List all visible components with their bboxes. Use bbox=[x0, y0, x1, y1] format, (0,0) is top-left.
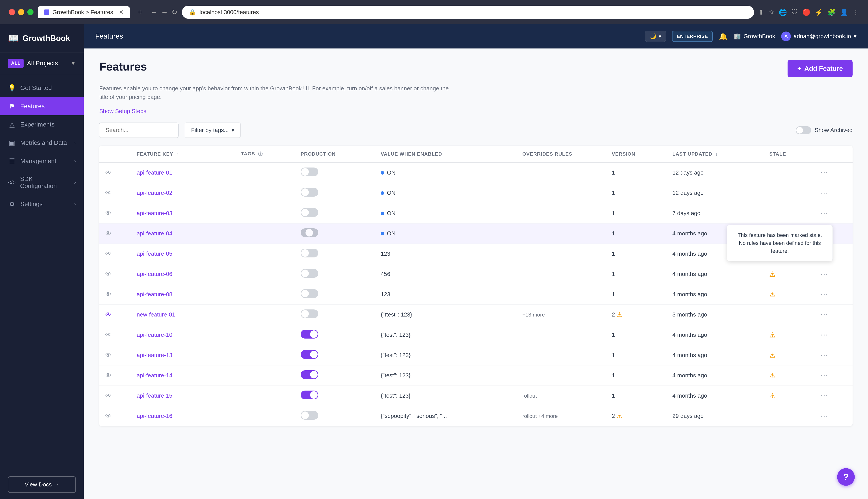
row-more-button[interactable]: ⋯ bbox=[818, 371, 830, 380]
eye-icon[interactable]: 👁 bbox=[105, 251, 111, 257]
feature-key-link[interactable]: api-feature-03 bbox=[137, 210, 172, 217]
row-more-button[interactable]: ⋯ bbox=[818, 412, 830, 421]
forward-button[interactable]: → bbox=[161, 8, 168, 16]
search-input[interactable] bbox=[99, 123, 179, 138]
stale-warning-icon: ⚠ bbox=[769, 392, 775, 400]
row-more-button[interactable]: ⋯ bbox=[818, 330, 830, 340]
ext-icon-2[interactable]: 🛡 bbox=[791, 8, 798, 16]
show-archived-toggle[interactable] bbox=[796, 126, 811, 134]
production-toggle-off[interactable] bbox=[301, 248, 318, 257]
production-toggle-off[interactable] bbox=[301, 168, 318, 176]
eye-icon[interactable]: 👁 bbox=[105, 331, 111, 338]
row-more-button[interactable]: ⋯ bbox=[818, 290, 830, 299]
production-toggle-off[interactable] bbox=[301, 411, 318, 419]
ext-icon-5[interactable]: 🧩 bbox=[828, 8, 835, 16]
feature-key-link[interactable]: api-feature-05 bbox=[137, 251, 172, 257]
theme-toggle-button[interactable]: 🌙 ▾ bbox=[645, 31, 666, 42]
production-toggle-on[interactable] bbox=[301, 370, 318, 379]
close-tab-icon[interactable]: ✕ bbox=[119, 9, 124, 16]
eye-icon[interactable]: 👁 bbox=[105, 210, 111, 217]
feature-key-link[interactable]: api-feature-13 bbox=[137, 352, 172, 358]
eye-icon[interactable]: 👁 bbox=[105, 413, 111, 419]
browser-tab[interactable]: GrowthBook > Features ✕ bbox=[38, 6, 130, 18]
org-selector[interactable]: 🏢 GrowthBook bbox=[734, 33, 775, 40]
feature-overrides bbox=[516, 325, 606, 345]
feature-tags bbox=[235, 345, 294, 365]
feature-key-link[interactable]: api-feature-06 bbox=[137, 271, 172, 277]
feature-key-link[interactable]: api-feature-15 bbox=[137, 392, 172, 399]
close-dot[interactable] bbox=[9, 9, 15, 15]
row-more-button[interactable]: ⋯ bbox=[818, 168, 830, 178]
view-docs-button[interactable]: View Docs → bbox=[8, 476, 76, 493]
profile-icon[interactable]: 👤 bbox=[840, 8, 848, 16]
ext-icon-3[interactable]: 🔴 bbox=[802, 8, 810, 16]
add-feature-button[interactable]: + Add Feature bbox=[787, 60, 853, 77]
production-toggle-on[interactable] bbox=[301, 350, 318, 359]
share-icon[interactable]: ⬆ bbox=[758, 8, 764, 16]
feature-key-link[interactable]: new-feature-01 bbox=[137, 311, 175, 318]
feature-key-link[interactable]: api-feature-16 bbox=[137, 413, 172, 419]
eye-icon[interactable]: 👁 bbox=[105, 271, 111, 278]
star-icon[interactable]: ☆ bbox=[768, 8, 774, 16]
row-more-button[interactable]: ⋯ bbox=[818, 188, 830, 198]
feature-key-link[interactable]: api-feature-01 bbox=[137, 169, 172, 176]
th-last-updated[interactable]: LAST UPDATED ↓ bbox=[666, 146, 763, 162]
row-more-button[interactable]: ⋯ bbox=[818, 209, 830, 218]
sidebar-item-get-started[interactable]: 💡 Get Started bbox=[0, 79, 84, 97]
help-fab[interactable]: ? bbox=[837, 468, 855, 486]
filter-tags-button[interactable]: Filter by tags... ▾ bbox=[185, 123, 241, 138]
sidebar-item-settings[interactable]: ⚙ Settings › bbox=[0, 195, 84, 213]
minimize-dot[interactable] bbox=[18, 9, 24, 15]
eye-icon[interactable]: 👁 bbox=[105, 311, 111, 318]
tab-favicon bbox=[44, 10, 49, 15]
notification-icon[interactable]: 🔔 bbox=[719, 32, 728, 40]
table-row: 👁api-feature-03ON17 days ago⋯ bbox=[99, 203, 853, 223]
sidebar-item-features[interactable]: ⚑ Features bbox=[0, 97, 84, 115]
more-options-icon[interactable]: ⋮ bbox=[853, 8, 859, 16]
project-selector[interactable]: ALL All Projects ▼ bbox=[0, 52, 84, 74]
ext-icon-4[interactable]: ⚡ bbox=[815, 8, 823, 16]
sidebar-item-management[interactable]: ☰ Management › bbox=[0, 152, 84, 170]
eye-icon[interactable]: 👁 bbox=[105, 372, 111, 379]
show-archived-toggle-wrap: Show Archived bbox=[796, 126, 853, 134]
row-more-button[interactable]: ⋯ bbox=[818, 310, 830, 319]
eye-icon[interactable]: 👁 bbox=[105, 352, 111, 358]
table-row: 👁api-feature-13{"test": 123}14 months ag… bbox=[99, 345, 853, 365]
production-toggle-on[interactable] bbox=[301, 391, 318, 399]
row-more-button[interactable]: ⋯ bbox=[818, 391, 830, 401]
sidebar-item-experiments[interactable]: △ Experiments bbox=[0, 115, 84, 134]
feature-key-link[interactable]: api-feature-10 bbox=[137, 331, 172, 338]
th-feature-key[interactable]: FEATURE KEY ↑ bbox=[131, 146, 235, 162]
production-toggle-off[interactable] bbox=[301, 269, 318, 278]
ext-icon-1[interactable]: 🌐 bbox=[779, 8, 787, 16]
back-button[interactable]: ← bbox=[150, 8, 157, 16]
address-bar[interactable]: 🔒 localhost:3000/features bbox=[182, 6, 754, 19]
eye-icon[interactable]: 👁 bbox=[105, 392, 111, 399]
production-toggle-off[interactable] bbox=[301, 208, 318, 217]
production-toggle-off[interactable] bbox=[301, 289, 318, 298]
maximize-dot[interactable] bbox=[27, 9, 34, 15]
eye-icon[interactable]: 👁 bbox=[105, 291, 111, 298]
feature-key-link[interactable]: api-feature-08 bbox=[137, 291, 172, 297]
info-icon: ⓘ bbox=[258, 151, 263, 156]
production-toggle-off[interactable] bbox=[301, 309, 318, 318]
user-selector[interactable]: A adnan@growthbook.io ▾ bbox=[781, 32, 857, 41]
production-toggle-on[interactable] bbox=[301, 330, 318, 339]
eye-icon[interactable]: 👁 bbox=[105, 190, 111, 196]
sidebar-item-metrics-and-data[interactable]: ▣ Metrics and Data › bbox=[0, 134, 84, 152]
eye-icon[interactable]: 👁 bbox=[105, 169, 111, 176]
new-tab-button[interactable]: + bbox=[134, 8, 146, 17]
feature-value: {"test": 123} bbox=[375, 345, 516, 365]
sidebar-item-sdk-configuration[interactable]: </> SDK Configuration › bbox=[0, 170, 84, 195]
sidebar-item-label: Features bbox=[20, 103, 45, 110]
production-toggle-off[interactable] bbox=[301, 188, 318, 197]
production-toggle-half[interactable] bbox=[301, 228, 318, 237]
row-more-button[interactable]: ⋯ bbox=[818, 270, 830, 279]
feature-key-link[interactable]: api-feature-14 bbox=[137, 372, 172, 379]
show-setup-steps-link[interactable]: Show Setup Steps bbox=[99, 108, 146, 114]
row-more-button[interactable]: ⋯ bbox=[818, 351, 830, 360]
eye-icon[interactable]: 👁 bbox=[105, 230, 111, 237]
feature-key-link[interactable]: api-feature-04 bbox=[137, 230, 172, 237]
refresh-button[interactable]: ↻ bbox=[171, 8, 178, 16]
feature-key-link[interactable]: api-feature-02 bbox=[137, 190, 172, 196]
